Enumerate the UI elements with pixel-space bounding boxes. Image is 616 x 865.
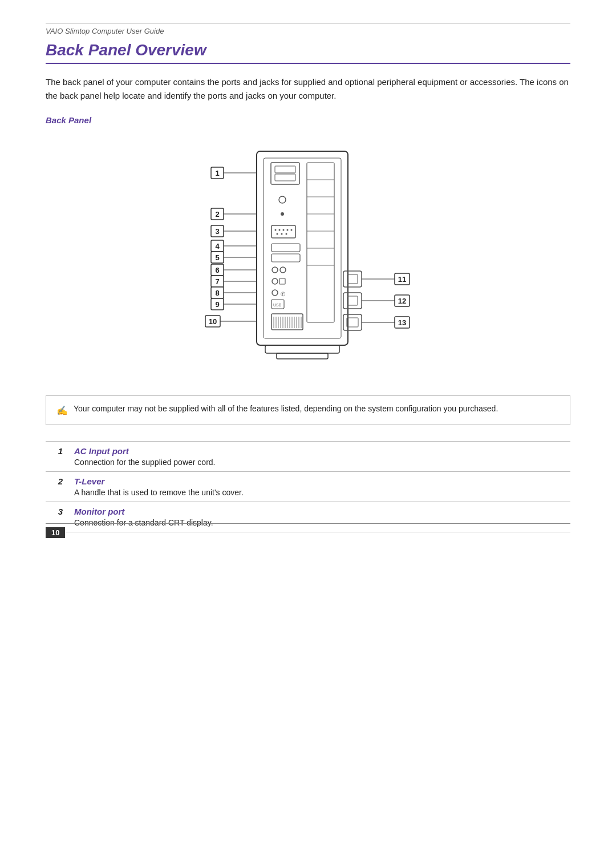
svg-rect-53 — [265, 345, 339, 353]
port-name: AC Input port — [74, 446, 565, 456]
top-rule — [46, 23, 570, 23]
port-name: Monitor port — [74, 507, 565, 516]
page-container: VAIO Slimtop Computer User Guide Back Pa… — [0, 0, 616, 555]
port-number: 2 — [46, 472, 68, 502]
svg-text:12: 12 — [398, 297, 406, 305]
svg-point-13 — [281, 212, 284, 216]
port-details: T-Lever A handle that is used to remove … — [68, 472, 570, 502]
svg-text:✆: ✆ — [281, 291, 285, 297]
footer: 10 — [46, 523, 570, 538]
port-name: T-Lever — [74, 476, 565, 486]
svg-point-17 — [283, 229, 285, 231]
back-panel-diagram: ✆ USB — [46, 134, 570, 379]
svg-text:1: 1 — [215, 169, 219, 177]
port-description: Connection for the supplied power cord. — [74, 458, 215, 467]
svg-point-15 — [275, 229, 277, 231]
port-table: 1 AC Input port Connection for the suppl… — [46, 441, 570, 532]
note-box: ✍ Your computer may not be supplied with… — [46, 395, 570, 425]
svg-point-16 — [279, 229, 281, 231]
svg-text:USB: USB — [273, 303, 282, 307]
svg-text:2: 2 — [215, 210, 219, 219]
port-number: 1 — [46, 442, 68, 472]
svg-rect-54 — [277, 353, 328, 359]
diagram-svg: ✆ USB — [160, 134, 456, 379]
svg-rect-48 — [347, 274, 358, 284]
port-row: 1 AC Input port Connection for the suppl… — [46, 442, 570, 472]
svg-text:11: 11 — [398, 275, 406, 284]
svg-text:13: 13 — [398, 318, 406, 327]
port-description: A handle that is used to remove the unit… — [74, 488, 244, 497]
svg-text:6: 6 — [215, 266, 219, 274]
svg-text:5: 5 — [215, 253, 219, 262]
port-row: 2 T-Lever A handle that is used to remov… — [46, 472, 570, 502]
note-icon: ✍ — [56, 404, 68, 418]
svg-text:3: 3 — [215, 227, 219, 236]
page-title: Back Panel Overview — [46, 41, 570, 59]
svg-rect-50 — [347, 296, 358, 305]
svg-point-18 — [287, 229, 289, 231]
section-label: Back Panel — [46, 115, 570, 125]
footer-page-number: 10 — [46, 527, 65, 538]
svg-text:9: 9 — [215, 300, 219, 309]
note-text: Your computer may not be supplied with a… — [74, 403, 498, 415]
port-details: AC Input port Connection for the supplie… — [68, 442, 570, 472]
breadcrumb: VAIO Slimtop Computer User Guide — [46, 27, 570, 35]
svg-text:10: 10 — [209, 317, 217, 326]
svg-point-20 — [277, 233, 278, 235]
intro-text: The back panel of your computer contains… — [46, 75, 570, 103]
svg-text:8: 8 — [215, 289, 219, 297]
title-rule — [46, 63, 570, 64]
svg-text:4: 4 — [215, 242, 220, 250]
svg-text:7: 7 — [215, 277, 219, 286]
svg-point-21 — [281, 233, 283, 235]
svg-point-22 — [286, 233, 287, 235]
svg-point-19 — [291, 229, 293, 231]
